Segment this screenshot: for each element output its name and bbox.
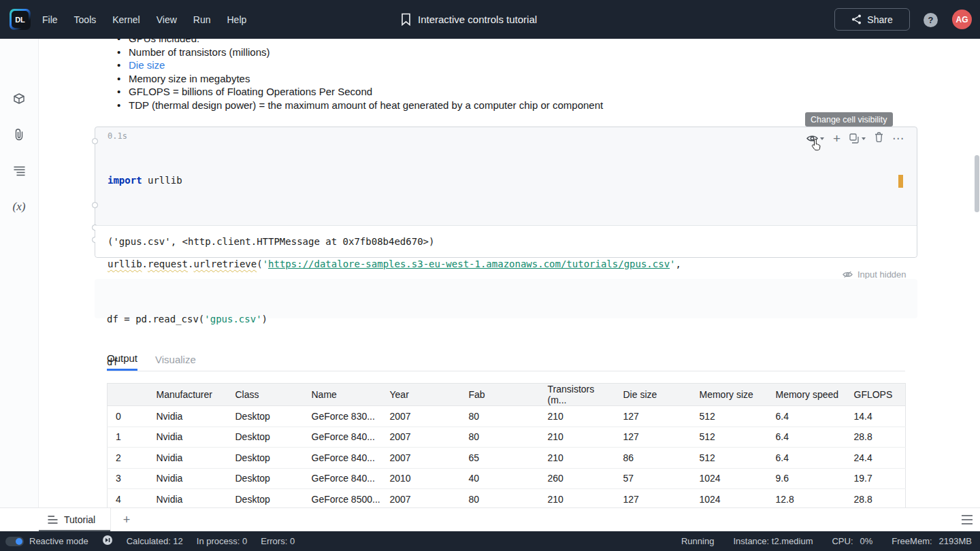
table-cell: 80 <box>461 489 540 510</box>
table-cell: Nvidia <box>148 427 227 448</box>
tab-visualize[interactable]: Visualize <box>155 348 196 371</box>
bookmark-icon[interactable] <box>401 13 411 26</box>
table-cell: 127 <box>615 427 691 448</box>
sidebar-item-attachments[interactable] <box>0 123 38 146</box>
menu-file[interactable]: File <box>42 14 58 25</box>
menu-view[interactable]: View <box>157 14 177 25</box>
cpu-label: CPU: <box>832 536 853 546</box>
duplicate-cell-button[interactable] <box>849 133 866 144</box>
markdown-cell: GPUs included: Number of transistors (mi… <box>116 32 603 112</box>
table-cell: 2007 <box>382 406 461 427</box>
cell-handle[interactable] <box>92 138 98 144</box>
column-header: Die size <box>615 384 691 406</box>
table-cell: 210 <box>540 489 615 510</box>
sidebar-item-outline[interactable] <box>0 159 38 182</box>
menu-tools[interactable]: Tools <box>74 14 97 25</box>
table-row: 3NvidiaDesktopGeForce 840...201040260571… <box>108 468 906 489</box>
table-cell: GeForce 830... <box>304 406 382 427</box>
menu-kernel[interactable]: Kernel <box>112 14 140 25</box>
reactive-mode-label: Reactive mode <box>29 536 88 546</box>
dataframe-table: Manufacturer Class Name Year Fab Transis… <box>107 383 906 510</box>
recalculate-button[interactable] <box>102 535 113 548</box>
reactive-mode-toggle[interactable] <box>5 537 24 546</box>
cell-handle[interactable] <box>92 202 98 208</box>
table-cell: 19.7 <box>846 468 906 489</box>
list-item: Memory size in megabytes <box>116 72 603 86</box>
datalore-logo[interactable]: DL <box>10 9 31 30</box>
table-cell: 40 <box>461 468 540 489</box>
table-cell: Desktop <box>227 427 304 448</box>
tabs-divider <box>107 371 905 371</box>
datalore-app: GPUs included: Number of transistors (mi… <box>0 0 980 551</box>
code-token: urllib <box>108 258 142 269</box>
code-token: df = pd.read_csv( <box>107 314 204 324</box>
table-cell: 210 <box>540 448 615 469</box>
code-line: import urllib <box>108 173 681 188</box>
output-text: ('gpus.csv', <http.client.HTTPMessage at… <box>108 236 434 247</box>
cpu-info: CPU: 0% <box>832 536 872 546</box>
mouse-cursor <box>811 139 822 156</box>
input-hidden-label: Input hidden <box>858 269 906 280</box>
table-row: 0NvidiaDesktopGeForce 830...200780210127… <box>108 406 906 427</box>
table-cell: 127 <box>615 489 691 510</box>
delete-cell-button[interactable] <box>875 132 883 145</box>
add-sheet-button[interactable]: + <box>120 513 133 527</box>
variables-icon: (x) <box>13 200 26 214</box>
code-cell-dataframe: df = pd.read_csv('gpus.csv') df <box>95 279 917 318</box>
table-cell: 14.4 <box>846 406 906 427</box>
table-cell: 6.4 <box>768 448 846 469</box>
add-cell-button[interactable]: + <box>833 134 840 144</box>
table-cell: 6.4 <box>768 406 846 427</box>
column-header <box>108 384 148 406</box>
table-cell: 2007 <box>382 489 461 510</box>
table-cell: 65 <box>461 448 540 469</box>
sheets-menu-button[interactable] <box>961 515 973 527</box>
calculated-count: Calculated: 12 <box>127 536 183 546</box>
tab-tutorial[interactable]: Tutorial <box>39 508 111 531</box>
more-options-button[interactable]: ⋯ <box>892 135 904 142</box>
list-item: TDP (thermal design power) = the maximum… <box>116 99 603 112</box>
notebook-title[interactable]: Interactive controls tutorial <box>418 14 537 25</box>
table-cell: 260 <box>540 468 615 489</box>
code-editor[interactable]: df = pd.read_csv('gpus.csv') df <box>107 284 267 398</box>
status-bar: Reactive mode Calculated: 12 In process:… <box>0 531 980 551</box>
vertical-scrollbar[interactable] <box>975 155 979 212</box>
table-cell: 3 <box>108 468 148 489</box>
menu-bar: File Tools Kernel View Run Help <box>42 0 246 39</box>
column-header: Transistors (m... <box>540 384 615 406</box>
table-cell: Desktop <box>227 468 304 489</box>
die-size-link[interactable]: Die size <box>129 59 165 71</box>
cell-output: ('gpus.csv', <http.client.HTTPMessage at… <box>95 225 917 257</box>
memory-label: FreeMem: <box>892 536 932 546</box>
column-header: Memory speed <box>768 384 846 406</box>
list-item: Number of transistors (millions) <box>116 46 603 59</box>
table-header-row: Manufacturer Class Name Year Fab Transis… <box>108 384 906 406</box>
menu-help[interactable]: Help <box>227 14 247 25</box>
table-cell: GeForce 840... <box>304 427 382 448</box>
table-cell: 2010 <box>382 468 461 489</box>
url-link[interactable]: https://datalore-samples.s3-eu-west-1.am… <box>268 258 670 269</box>
sidebar-item-packages[interactable] <box>0 87 38 110</box>
output-tabs: Output Visualize <box>107 348 196 371</box>
code-token: ) <box>262 314 267 324</box>
avatar[interactable]: AG <box>952 10 972 29</box>
table-cell: 2007 <box>382 427 461 448</box>
menu-run[interactable]: Run <box>193 14 211 25</box>
code-token: ( <box>257 258 262 269</box>
table-cell: 28.8 <box>846 427 906 448</box>
share-label: Share <box>867 14 892 25</box>
memory-info: FreeMem: 2193MB <box>892 536 972 546</box>
sidebar-item-variables[interactable]: (x) <box>0 195 38 218</box>
share-button[interactable]: Share <box>834 8 910 31</box>
memory-value: 2193MB <box>939 536 972 546</box>
table-cell: 57 <box>615 468 691 489</box>
table-row: 4NvidiaDesktopGeForce 8500...20078021012… <box>108 489 906 510</box>
table-cell: GeForce 840... <box>304 468 382 489</box>
input-hidden-indicator: Input hidden <box>843 269 906 280</box>
table-cell: 210 <box>540 427 615 448</box>
tab-output[interactable]: Output <box>107 348 137 371</box>
top-bar: DL File Tools Kernel View Run Help Inter… <box>0 0 980 39</box>
help-button[interactable]: ? <box>924 13 938 27</box>
in-process-count: In process: 0 <box>197 536 247 546</box>
table-cell: 512 <box>691 406 768 427</box>
